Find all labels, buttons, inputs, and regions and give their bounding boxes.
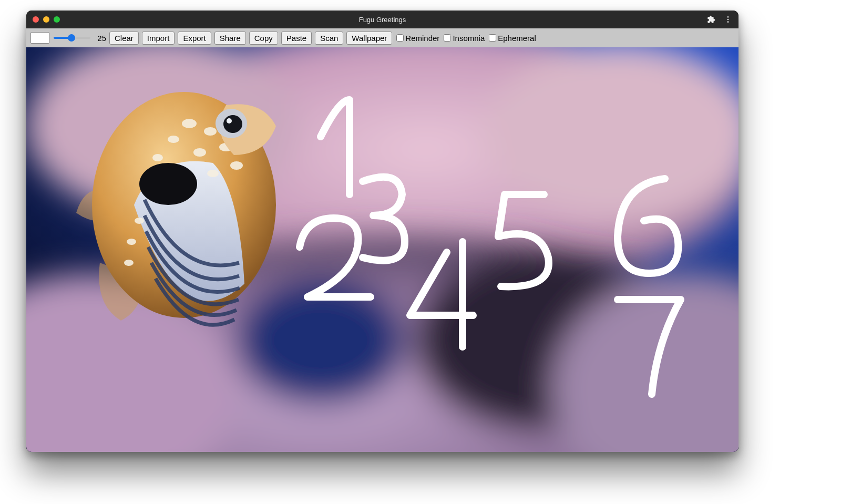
svg-point-14 bbox=[204, 127, 217, 136]
paste-button[interactable]: Paste bbox=[281, 32, 312, 45]
ephemeral-checkbox-input[interactable] bbox=[489, 34, 496, 42]
svg-point-2 bbox=[727, 21, 729, 23]
svg-point-15 bbox=[168, 136, 179, 143]
copy-button[interactable]: Copy bbox=[249, 32, 278, 45]
svg-point-24 bbox=[124, 260, 134, 266]
svg-point-25 bbox=[139, 163, 197, 205]
ephemeral-checkbox[interactable]: Ephemeral bbox=[489, 34, 536, 43]
svg-point-18 bbox=[152, 154, 163, 161]
wallpaper-button[interactable]: Wallpaper bbox=[346, 32, 392, 45]
titlebar: Fugu Greetings bbox=[26, 11, 739, 28]
color-picker[interactable] bbox=[30, 32, 49, 44]
more-menu-icon[interactable] bbox=[724, 15, 732, 24]
maximize-window-button[interactable] bbox=[54, 16, 60, 23]
svg-point-1 bbox=[727, 19, 729, 20]
minimize-window-button[interactable] bbox=[43, 16, 49, 23]
extensions-icon[interactable] bbox=[707, 15, 715, 24]
toolbar: 25 Clear Import Export Share Copy Paste … bbox=[26, 28, 739, 47]
reminder-checkbox[interactable]: Reminder bbox=[396, 34, 439, 43]
window-title: Fugu Greetings bbox=[26, 16, 739, 24]
app-window: Fugu Greetings 25 Clear Import Export Sh… bbox=[26, 11, 739, 452]
brush-size-value: 25 bbox=[95, 34, 106, 43]
export-button[interactable]: Export bbox=[178, 32, 211, 45]
svg-point-23 bbox=[127, 239, 136, 245]
clear-button[interactable]: Clear bbox=[109, 32, 139, 45]
window-controls bbox=[33, 16, 60, 23]
brush-size-slider[interactable] bbox=[54, 37, 90, 39]
reminder-checkbox-input[interactable] bbox=[396, 34, 404, 42]
scan-button[interactable]: Scan bbox=[315, 32, 343, 45]
svg-point-27 bbox=[223, 115, 242, 133]
canvas-image bbox=[26, 47, 739, 452]
import-button[interactable]: Import bbox=[142, 32, 175, 45]
close-window-button[interactable] bbox=[33, 16, 39, 23]
svg-point-20 bbox=[207, 170, 219, 177]
svg-point-28 bbox=[227, 118, 232, 124]
svg-point-13 bbox=[182, 119, 197, 128]
share-button[interactable]: Share bbox=[214, 32, 246, 45]
insomnia-checkbox[interactable]: Insomnia bbox=[444, 34, 485, 43]
svg-point-19 bbox=[230, 161, 243, 170]
ephemeral-label: Ephemeral bbox=[498, 34, 536, 43]
drawing-canvas[interactable] bbox=[26, 47, 739, 452]
insomnia-checkbox-input[interactable] bbox=[444, 34, 451, 42]
insomnia-label: Insomnia bbox=[453, 34, 485, 43]
svg-point-22 bbox=[135, 218, 144, 224]
reminder-label: Reminder bbox=[405, 34, 439, 43]
svg-point-0 bbox=[727, 16, 729, 18]
svg-point-17 bbox=[193, 148, 206, 157]
